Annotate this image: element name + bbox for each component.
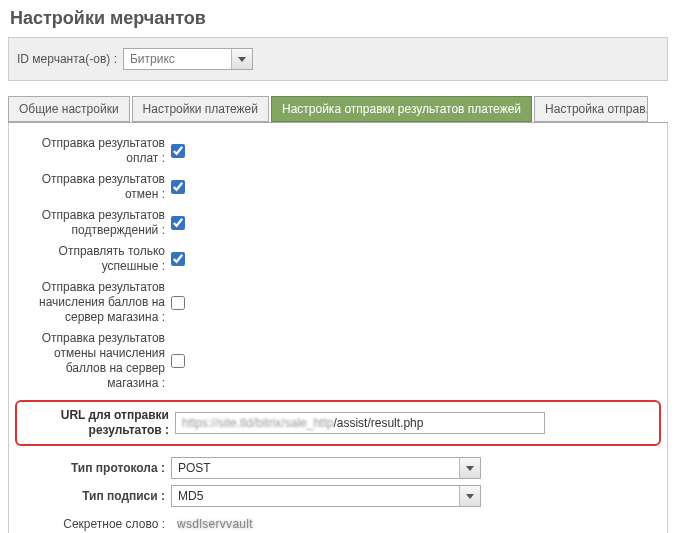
- label-send-cancel-results: Отправка результатов отмен :: [21, 172, 171, 202]
- label-send-points-accrual: Отправка результатов начисления баллов н…: [21, 280, 171, 325]
- merchant-id-select-wrap: Битрикс: [123, 48, 253, 70]
- signature-select-wrap: MD5: [171, 485, 481, 507]
- label-send-pay-results: Отправка результатов оплат :: [21, 136, 171, 166]
- input-url[interactable]: [175, 412, 545, 434]
- row-signature: Тип подписи : MD5: [21, 482, 655, 510]
- tabs: Общие настройки Настройки платежей Настр…: [8, 96, 668, 123]
- select-protocol[interactable]: POST: [171, 457, 481, 479]
- merchant-id-select[interactable]: Битрикс: [123, 48, 253, 70]
- row-send-cancel-results: Отправка результатов отмен :: [21, 169, 655, 205]
- label-send-only-success: Отправлять только успешные :: [21, 244, 171, 274]
- checkbox-send-confirm-results[interactable]: [171, 216, 185, 230]
- protocol-select-wrap: POST: [171, 457, 481, 479]
- row-send-points-accrual: Отправка результатов начисления баллов н…: [21, 277, 655, 328]
- checkbox-send-pay-results[interactable]: [171, 144, 185, 158]
- select-signature[interactable]: MD5: [171, 485, 481, 507]
- tab-send-results[interactable]: Настройка отправки результатов платежей: [271, 96, 532, 122]
- checkbox-send-points-cancel[interactable]: [171, 354, 185, 368]
- label-send-points-cancel: Отправка результатов отмены начисления б…: [21, 331, 171, 391]
- checkbox-send-cancel-results[interactable]: [171, 180, 185, 194]
- label-protocol: Тип протокола :: [21, 461, 171, 476]
- form-panel: Отправка результатов оплат : Отправка ре…: [8, 122, 668, 533]
- tab-payments[interactable]: Настройки платежей: [132, 96, 269, 122]
- row-send-only-success: Отправлять только успешные :: [21, 241, 655, 277]
- tab-general[interactable]: Общие настройки: [8, 96, 130, 122]
- checkbox-send-points-accrual[interactable]: [171, 296, 185, 310]
- row-send-points-cancel: Отправка результатов отмены начисления б…: [21, 328, 655, 394]
- row-secret: Секретное слово :: [21, 510, 655, 533]
- checkbox-send-only-success[interactable]: [171, 252, 185, 266]
- row-send-pay-results: Отправка результатов оплат :: [21, 133, 655, 169]
- input-secret[interactable]: [171, 513, 481, 533]
- row-send-confirm-results: Отправка результатов подтверждений :: [21, 205, 655, 241]
- row-url: URL для отправки результатов : https://s…: [15, 400, 661, 446]
- page-title: Настройки мерчантов: [8, 4, 668, 37]
- label-signature: Тип подписи :: [21, 489, 171, 504]
- row-protocol: Тип протокола : POST: [21, 454, 655, 482]
- label-url: URL для отправки результатов :: [25, 408, 175, 438]
- label-secret: Секретное слово :: [21, 517, 171, 532]
- merchant-id-row: ID мерчанта(-ов) : Битрикс: [8, 37, 668, 81]
- merchant-id-label: ID мерчанта(-ов) :: [17, 52, 117, 66]
- label-send-confirm-results: Отправка результатов подтверждений :: [21, 208, 171, 238]
- tab-send-extra[interactable]: Настройка отправ...: [534, 96, 648, 122]
